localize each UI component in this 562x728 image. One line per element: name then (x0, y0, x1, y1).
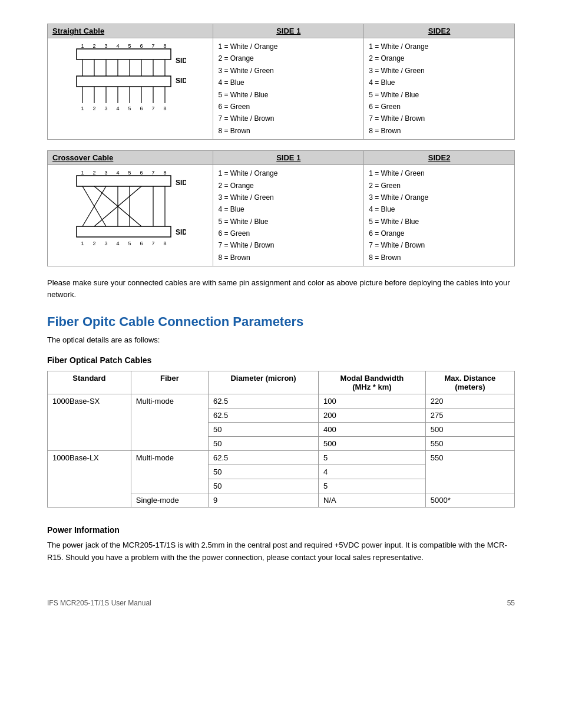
fiber-intro: The optical details are as follows: (47, 334, 515, 346)
fiber-singlemode: Single-mode (131, 493, 208, 507)
straight-s1-v7: 7 = White / Brown (218, 113, 359, 124)
diameter-50a: 50 (209, 422, 319, 436)
fiber-section-title: Fiber Opitc Cable Connection Parameters (47, 314, 515, 330)
standard-sx: 1000Base-SX (48, 394, 131, 450)
straight-s1-v3: 3 = White / Green (218, 65, 359, 77)
svg-text:7: 7 (152, 170, 155, 176)
crossover-s1-v1: 1 = White / Orange (218, 167, 359, 179)
crossover-s1-v2: 2 = Orange (218, 180, 359, 192)
col-diameter: Diameter (micron) (209, 371, 319, 394)
crossover-side1-values: 1 = White / Orange 2 = Orange 3 = White … (213, 165, 364, 266)
straight-side1-values: 1 = White / Orange 2 = Orange 3 = White … (213, 38, 364, 140)
svg-text:8: 8 (164, 106, 167, 111)
col-distance: Max. Distance(meters) (425, 371, 514, 394)
straight-s2-v3: 3 = White / Green (369, 65, 510, 77)
standard-lx: 1000Base-LX (48, 450, 131, 507)
svg-text:8: 8 (164, 170, 167, 176)
straight-s2-v7: 7 = White / Brown (369, 113, 510, 124)
straight-s1-v2: 2 = Orange (218, 52, 359, 64)
crossover-s1-v5: 5 = White / Blue (218, 216, 359, 228)
straight-side2-values: 1 = White / Orange 2 = Orange 3 = White … (364, 38, 515, 140)
straight-s1-v8: 8 = Brown (218, 125, 359, 137)
diameter-62-5a: 62.5 (209, 394, 319, 408)
straight-side2-header: SIDE2 (364, 24, 515, 38)
svg-text:SIDE 2: SIDE 2 (176, 228, 186, 236)
table-row: 1000Base-LX Multi-mode 62.5 5 550 (48, 450, 515, 465)
fiber-subsection-title: Fiber Optical Patch Cables (47, 355, 515, 365)
bandwidth-500: 500 (319, 436, 426, 450)
straight-cable-table: Straight Cable SIDE 1 SIDE2 1 2 3 4 5 6 … (47, 24, 515, 140)
bandwidth-5a: 5 (319, 450, 426, 465)
svg-text:5: 5 (128, 43, 131, 49)
crossover-s1-v3: 3 = White / Green (218, 192, 359, 203)
svg-text:6: 6 (140, 241, 143, 246)
svg-text:7: 7 (152, 241, 155, 246)
svg-text:6: 6 (140, 106, 143, 111)
distance-550a: 550 (425, 436, 514, 450)
svg-text:2: 2 (93, 43, 96, 49)
svg-text:7: 7 (152, 106, 155, 111)
svg-text:3: 3 (105, 241, 108, 246)
distance-220: 220 (425, 394, 514, 408)
crossover-s2-v3: 3 = White / Orange (369, 192, 510, 203)
crossover-s2-v6: 6 = Orange (369, 228, 510, 239)
bandwidth-5b: 5 (319, 479, 426, 493)
col-bandwidth: Modal Bandwidth(MHz * km) (319, 371, 426, 394)
fiber-table: Standard Fiber Diameter (micron) Modal B… (47, 371, 515, 508)
svg-text:4: 4 (117, 43, 120, 49)
svg-text:2: 2 (93, 241, 96, 246)
crossover-s1-v6: 6 = Green (218, 228, 359, 239)
distance-275: 275 (425, 408, 514, 422)
diameter-62-5c: 62.5 (209, 450, 319, 465)
footer-right: 55 (507, 599, 515, 607)
straight-s2-v8: 8 = Brown (369, 125, 510, 137)
svg-text:8: 8 (164, 43, 167, 49)
col-fiber: Fiber (131, 371, 208, 394)
svg-rect-54 (77, 226, 171, 237)
distance-500: 500 (425, 422, 514, 436)
svg-text:8: 8 (164, 241, 167, 246)
bandwidth-200: 200 (319, 408, 426, 422)
cable-note: Please make sure your connected cables a… (47, 277, 515, 300)
svg-text:7: 7 (152, 43, 155, 49)
straight-s2-v4: 4 = Blue (369, 77, 510, 88)
crossover-s1-v4: 4 = Blue (218, 203, 359, 215)
fiber-multimode-lx: Multi-mode (131, 450, 208, 493)
crossover-side2-header: SIDE2 (364, 151, 515, 165)
table-row: 1000Base-SX Multi-mode 62.5 100 220 (48, 394, 515, 408)
crossover-s2-v7: 7 = White / Brown (369, 239, 510, 251)
diameter-50d: 50 (209, 479, 319, 493)
col-standard: Standard (48, 371, 131, 394)
svg-text:1: 1 (81, 106, 84, 111)
svg-text:4: 4 (117, 106, 120, 111)
svg-text:2: 2 (93, 170, 96, 176)
power-title: Power Information (47, 525, 515, 535)
svg-rect-18 (77, 76, 171, 87)
crossover-s2-v5: 5 = White / Blue (369, 216, 510, 228)
crossover-s1-v7: 7 = White / Brown (218, 239, 359, 251)
straight-s2-v5: 5 = White / Blue (369, 89, 510, 101)
distance-550b: 550 (425, 450, 514, 493)
straight-s2-v6: 6 = Green (369, 101, 510, 113)
svg-text:3: 3 (105, 43, 108, 49)
svg-text:1: 1 (81, 241, 84, 246)
svg-text:SIDE 1: SIDE 1 (176, 57, 186, 65)
straight-s2-v1: 1 = White / Orange (369, 41, 510, 52)
page-footer: IFS MCR205-1T/1S User Manual 55 (47, 599, 515, 607)
crossover-s2-v4: 4 = Blue (369, 203, 510, 215)
straight-cable-diagram: 1 2 3 4 5 6 7 8 SIDE 1 (48, 38, 213, 140)
svg-text:4: 4 (117, 170, 120, 176)
svg-text:SIDE 2: SIDE 2 (176, 77, 186, 85)
straight-side1-header: SIDE 1 (213, 24, 364, 38)
diameter-9: 9 (209, 493, 319, 507)
svg-text:3: 3 (105, 170, 108, 176)
crossover-cable-title: Crossover Cable (48, 151, 213, 165)
straight-s1-v1: 1 = White / Orange (218, 41, 359, 52)
straight-s1-v6: 6 = Green (218, 101, 359, 113)
crossover-s2-v2: 2 = Green (369, 180, 510, 192)
svg-rect-8 (77, 49, 171, 60)
svg-text:5: 5 (128, 170, 131, 176)
straight-s1-v5: 5 = White / Blue (218, 89, 359, 101)
crossover-s1-v8: 8 = Brown (218, 252, 359, 263)
footer-left: IFS MCR205-1T/1S User Manual (47, 599, 151, 607)
